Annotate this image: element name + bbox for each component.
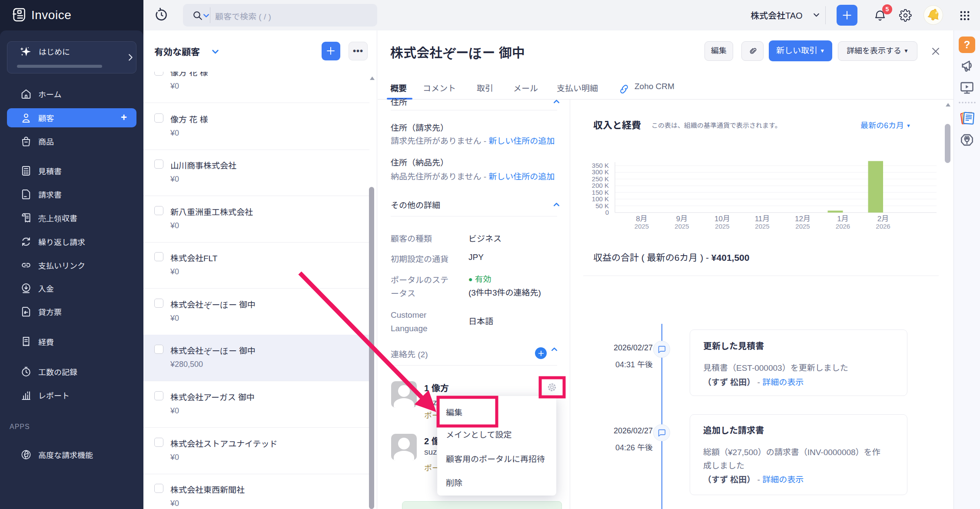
svg-text:2025: 2025 [674, 223, 689, 230]
svg-text:2025: 2025 [715, 223, 729, 230]
svg-text:1月: 1月 [837, 215, 848, 223]
svg-text:0: 0 [605, 209, 609, 216]
svg-text:2月: 2月 [877, 215, 889, 223]
svg-text:10月: 10月 [714, 215, 730, 223]
svg-text:2025: 2025 [755, 223, 769, 230]
svg-text:300 K: 300 K [592, 168, 609, 176]
svg-text:2025: 2025 [795, 223, 810, 230]
svg-text:8月: 8月 [636, 215, 647, 223]
svg-text:9月: 9月 [676, 215, 688, 223]
svg-text:100 K: 100 K [592, 195, 609, 203]
svg-text:2025: 2025 [635, 223, 649, 230]
svg-text:11月: 11月 [755, 215, 770, 223]
svg-text:12月: 12月 [795, 215, 811, 223]
svg-text:2026: 2026 [836, 223, 850, 230]
svg-text:2026: 2026 [876, 223, 890, 230]
